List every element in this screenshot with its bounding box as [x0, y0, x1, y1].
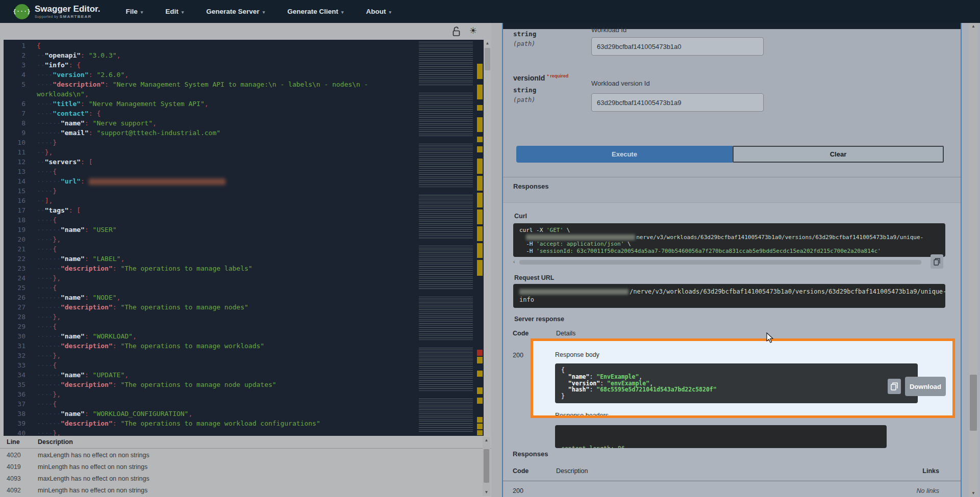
warning-mark	[477, 105, 483, 111]
chevron-down-icon: ▾	[341, 10, 344, 15]
error-row[interactable]: 4093maxLength has no effect on non strin…	[0, 474, 491, 485]
server-response-title: Server response	[514, 316, 564, 323]
menu-generate-client[interactable]: Generate Client▾	[287, 8, 343, 15]
execute-button[interactable]: Execute	[516, 146, 733, 163]
response-headers-title: Response headers	[555, 412, 609, 418]
swagger-logo-glyph: {···}	[13, 9, 31, 14]
editor-line: 6····"title": "Nerve Management System A…	[4, 99, 417, 109]
highlight-box: Response body { "name": "EnvExample", "v…	[531, 338, 955, 418]
curl-title: Curl	[514, 213, 527, 220]
error-scrollbar-thumb[interactable]	[484, 449, 489, 483]
editor-line: 13····{	[4, 167, 417, 176]
response-body-title: Response body	[555, 351, 599, 358]
editor[interactable]: 1{2··"openapi": "3.0.3",3··"info": {4···…	[4, 40, 491, 436]
divider	[503, 177, 961, 177]
chevron-down-icon: ▾	[263, 10, 265, 15]
scroll-left-icon[interactable]: ‹	[513, 258, 515, 266]
chevron-down-icon: ▾	[141, 10, 143, 15]
curl-scrollbar-thumb[interactable]	[519, 260, 921, 265]
response-copy-button[interactable]	[888, 379, 901, 394]
editor-line: 33····{	[4, 360, 417, 370]
required-badge: * required	[547, 73, 568, 79]
status-code: 200	[513, 352, 523, 359]
editor-line: 27······"description": "The operations t…	[4, 302, 417, 312]
swagger-logo-icon: {···}	[14, 4, 30, 19]
menu-file[interactable]: File▾	[125, 8, 143, 15]
menu-generate-server[interactable]: Generate Server▾	[206, 8, 265, 15]
workload-id-input[interactable]	[591, 37, 764, 56]
warning-mark	[477, 226, 483, 241]
error-row[interactable]: 4019minLength has no effect on non strin…	[0, 462, 491, 474]
editor-lines: 1{2··"openapi": "3.0.3",3··"info": {4···…	[4, 41, 417, 436]
editor-line: 28····},	[4, 312, 417, 322]
warning-mark	[477, 260, 483, 276]
menu-edit[interactable]: Edit▾	[165, 8, 184, 15]
swagger-ui-pane: string (path) Workload Id versionId* req…	[503, 23, 961, 497]
editor-minimap[interactable]	[419, 42, 473, 432]
version-id-input[interactable]	[591, 93, 764, 112]
warning-mark	[477, 430, 483, 435]
editor-line: 17··"tags": [	[4, 205, 417, 215]
warning-mark	[477, 159, 483, 174]
chevron-down-icon: ▾	[182, 10, 184, 15]
editor-line: 31······"description": "The operations t…	[4, 341, 417, 351]
scroll-down-icon[interactable]: ▼	[969, 490, 978, 497]
app-title: Swagger Editor.	[35, 5, 100, 13]
error-row[interactable]: 4020maxLength has no effect on non strin…	[0, 450, 491, 462]
warning-mark	[477, 417, 483, 423]
warning-mark	[477, 210, 483, 224]
warning-mark	[477, 193, 483, 207]
editor-line: 5····"description": "Nerve Management Sy…	[4, 80, 417, 99]
editor-line: 22······"name": "LABEL",	[4, 254, 417, 264]
smartbear-brand: SMARTBEAR	[60, 14, 92, 19]
download-button[interactable]: Download	[905, 377, 946, 396]
response-headers-block: content-length: 86 content-type: applica…	[555, 425, 887, 448]
code-header: Code	[513, 330, 529, 337]
table-links-header: Links	[922, 467, 939, 475]
scroll-up-icon[interactable]: ▲	[483, 437, 490, 444]
responses-table-title: Responses	[513, 450, 548, 458]
error-row[interactable]: 4092minLength has no effect on non strin…	[0, 485, 491, 497]
editor-line: 32····},	[4, 351, 417, 360]
editor-line: 3··"info": {	[4, 60, 417, 70]
editor-line: 26······"name": "NODE",	[4, 293, 417, 302]
error-col-description: Description	[38, 438, 73, 446]
param-description-label: Workload version Id	[591, 80, 650, 87]
lock-open-icon[interactable]	[452, 26, 461, 39]
editor-line: 7····"contact": {	[4, 109, 417, 118]
error-panel-header: Line Description	[0, 436, 491, 449]
editor-line: 8······"name": "Nerve support",	[4, 118, 417, 128]
editor-line: 23······"description": "The operations t…	[4, 264, 417, 273]
editor-annotations	[476, 40, 483, 436]
warning-mark	[477, 357, 483, 363]
divider	[503, 202, 961, 203]
main-scrollbar-thumb[interactable]	[970, 375, 977, 431]
split-divider[interactable]	[491, 23, 502, 497]
theme-sun-icon[interactable]: ☀	[469, 25, 477, 37]
param-in: (path)	[513, 40, 535, 47]
scroll-up-icon[interactable]: ▲	[969, 23, 978, 30]
editor-line: 34······"name": "UPDATE",	[4, 370, 417, 380]
swagger-editor-app: {···} Swagger Editor. Supported by SMART…	[0, 0, 980, 497]
menu-about[interactable]: About▾	[366, 8, 391, 15]
error-mark	[477, 350, 483, 356]
warning-mark	[477, 176, 483, 191]
editor-line: 2··"openapi": "3.0.3",	[4, 50, 417, 60]
clipboard-icon	[934, 258, 940, 266]
opblock-right-border	[961, 23, 962, 497]
editor-scrollbar-thumb[interactable]	[485, 48, 490, 70]
clipboard-icon	[891, 382, 898, 390]
table-description-header: Description	[556, 467, 588, 475]
scroll-up-icon[interactable]: ▲	[484, 40, 491, 47]
editor-line: 12··"servers": [	[4, 157, 417, 167]
curl-code-block: curl -X 'GET' \ nerve/v3/workloads/63d29…	[513, 223, 945, 257]
main-scrollbar[interactable]: ▲ ▼	[969, 23, 978, 497]
curl-copy-button[interactable]	[931, 254, 943, 269]
editor-scrollbar[interactable]: ▲	[484, 40, 491, 436]
scroll-down-icon[interactable]: ▼	[483, 489, 490, 496]
curl-scrollbar[interactable]: ‹ ›	[513, 258, 945, 266]
clear-button[interactable]: Clear	[733, 146, 944, 163]
editor-line: 30······"name": "WORKLOAD",	[4, 331, 417, 341]
warning-mark	[477, 137, 483, 142]
error-panel-scrollbar[interactable]: ▲ ▼	[483, 437, 490, 496]
